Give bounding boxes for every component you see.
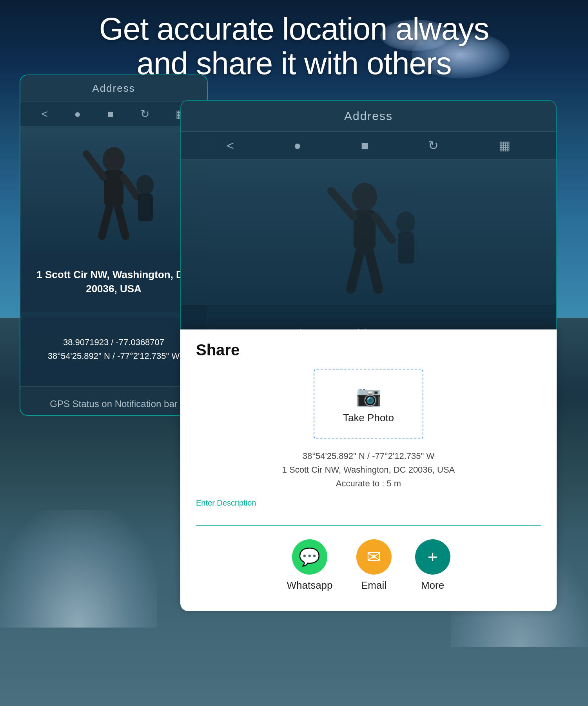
svg-line-2 [86, 154, 104, 177]
email-label: Email [361, 579, 387, 591]
svg-rect-7 [138, 194, 153, 221]
svg-rect-15 [398, 232, 414, 264]
email-button[interactable]: ✉ [356, 539, 392, 575]
share-info-text: 38°54'25.892" N / -77°2'12.735" W 1 Scot… [196, 449, 541, 491]
whatsapp-label: Whatsapp [287, 579, 332, 591]
card-back-coords-line1: 38.9071923 / -77.0368707 [63, 335, 164, 349]
card-front-title: Address [344, 109, 393, 122]
save-icon[interactable]: ■ [107, 108, 114, 120]
svg-line-3 [123, 177, 137, 197]
svg-line-13 [368, 249, 378, 289]
svg-point-8 [352, 183, 377, 211]
more-label: More [421, 579, 444, 591]
card-back-coords-section: 38.9071923 / -77.0368707 38°54'25.892" N… [20, 312, 207, 386]
share-info-line3: Accurate to : 5 m [196, 477, 541, 490]
front-grid-icon[interactable]: ▦ [499, 138, 510, 153]
headline-line1: Get accurate location always [99, 11, 489, 46]
card-back: Address < ● ■ ↻ ▦ 1 Scott Cir NW, Washin [20, 75, 208, 416]
card-back-coords-line2: 38°54'25.892" N / -77°2'12.735" W [48, 349, 180, 363]
headline: Get accurate location always and share i… [0, 12, 588, 81]
svg-line-4 [102, 206, 110, 236]
card-front-title-bar: Address [181, 101, 556, 132]
front-refresh-icon[interactable]: ↻ [428, 138, 439, 153]
front-share-icon[interactable]: < [227, 138, 234, 153]
more-button[interactable]: + [415, 539, 450, 575]
card-back-toolbar[interactable]: < ● ■ ↻ ▦ [20, 102, 207, 126]
svg-point-0 [103, 147, 125, 172]
more-icon: + [428, 547, 438, 567]
take-photo-button[interactable]: 📷 Take Photo [314, 369, 423, 439]
card-back-address-section: 1 Scott Cir NW, Washington, DC 20036, US… [20, 252, 207, 312]
card-back-gps-section: GPS Status on Notification bar [20, 386, 207, 416]
card-back-title: Address [92, 82, 135, 94]
card-front-toolbar[interactable]: < ● ■ ↻ ▦ [181, 132, 556, 160]
whatsapp-icon: 💬 [299, 547, 320, 567]
email-icon: ✉ [367, 547, 381, 567]
share-icon[interactable]: < [42, 108, 48, 120]
description-label: Enter Description [196, 499, 541, 508]
card-back-address: 1 Scott Cir NW, Washington, DC 20036, US… [32, 267, 195, 296]
svg-line-10 [331, 191, 354, 217]
share-info-line1: 38°54'25.892" N / -77°2'12.735" W [196, 449, 541, 463]
card-back-gps-text: GPS Status on Notification bar [50, 398, 178, 409]
svg-line-11 [376, 217, 392, 240]
camera-icon: 📷 [356, 384, 381, 408]
share-info-line2: 1 Scott Cir NW, Washington, DC 20036, US… [196, 463, 541, 477]
whatsapp-button[interactable]: 💬 [292, 539, 327, 575]
svg-point-6 [136, 175, 154, 195]
email-btn-group: ✉ Email [356, 539, 392, 591]
svg-line-12 [351, 249, 361, 289]
whatsapp-btn-group: 💬 Whatsapp [287, 539, 332, 591]
person-silhouette-front [302, 175, 435, 305]
svg-line-5 [118, 206, 125, 236]
card-back-image [20, 126, 207, 252]
front-save-icon[interactable]: ■ [361, 138, 368, 153]
person-silhouette-back [63, 142, 165, 252]
share-panel: Share 📷 Take Photo 38°54'25.892" N / -77… [180, 329, 557, 611]
share-buttons-row: 💬 Whatsapp ✉ Email + More [196, 539, 541, 591]
pin-icon[interactable]: ● [74, 108, 81, 120]
svg-point-14 [396, 211, 415, 233]
headline-line2: and share it with others [136, 46, 451, 81]
description-input[interactable] [196, 510, 541, 526]
front-pin-icon[interactable]: ● [294, 138, 301, 153]
share-title: Share [196, 341, 541, 359]
more-btn-group: + More [415, 539, 450, 591]
card-front-image [181, 160, 556, 305]
take-photo-label: Take Photo [343, 412, 394, 424]
refresh-icon[interactable]: ↻ [140, 107, 149, 120]
snow-left [0, 510, 157, 628]
